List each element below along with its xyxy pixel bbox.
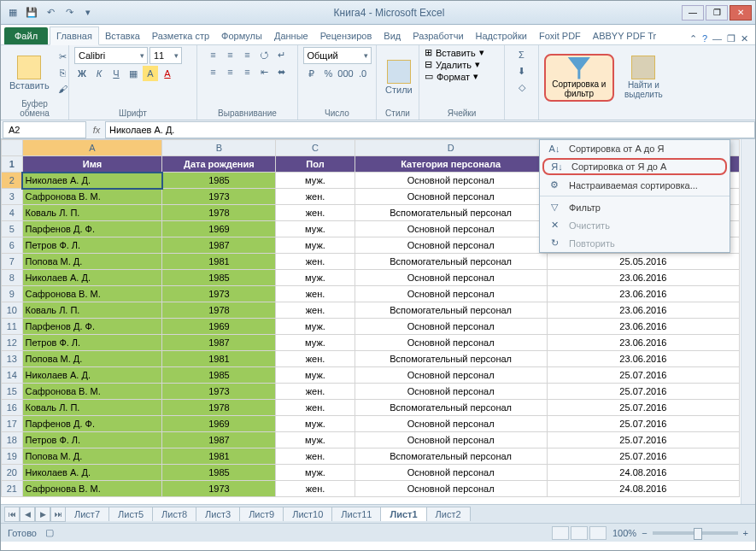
sort-filter-button[interactable]: Сортировка и фильтр: [544, 54, 614, 102]
row-header[interactable]: 17: [2, 416, 23, 432]
minimize-button[interactable]: —: [682, 5, 704, 21]
cell[interactable]: Основной персонал: [355, 319, 547, 335]
cell[interactable]: жен.: [276, 286, 355, 302]
cell[interactable]: жен.: [276, 302, 355, 319]
paste-button[interactable]: Вставить: [6, 54, 53, 92]
cell[interactable]: 1981: [162, 448, 276, 465]
cell[interactable]: муж.: [276, 221, 355, 237]
doc-min-icon[interactable]: —: [712, 33, 722, 44]
cell[interactable]: 1969: [162, 221, 276, 237]
zoom-level[interactable]: 100%: [612, 528, 636, 538]
bold-icon[interactable]: Ж: [74, 66, 90, 81]
cell[interactable]: Коваль Л. П.: [22, 205, 162, 221]
cell[interactable]: 1978: [162, 205, 276, 221]
font-color-icon[interactable]: A: [160, 66, 175, 81]
cell[interactable]: 1973: [162, 286, 276, 302]
row-header[interactable]: 11: [2, 319, 23, 335]
cell[interactable]: Вспомогательный персонал: [355, 400, 547, 416]
excel-icon[interactable]: ▦: [4, 4, 21, 21]
cell[interactable]: Сафронова В. М.: [22, 286, 162, 302]
cell[interactable]: жен.: [276, 400, 355, 416]
cell[interactable]: Петров Ф. Л.: [22, 237, 162, 254]
cell[interactable]: 25.05.2016: [547, 254, 739, 270]
sheet-tab[interactable]: Лист2: [426, 507, 471, 521]
sort-custom-item[interactable]: ⚙Настраиваемая сортировка...: [540, 176, 730, 194]
orientation-icon[interactable]: ⭯: [257, 47, 273, 62]
cell[interactable]: 23.06.2016: [547, 270, 739, 286]
cell[interactable]: Вспомогательный персонал: [355, 448, 547, 465]
cell[interactable]: Основной персонал: [355, 416, 547, 432]
row-header[interactable]: 3: [2, 189, 23, 205]
spreadsheet-grid[interactable]: ABCDE1ИмяДата рожденияПолКатегория персо…: [1, 139, 755, 504]
row-header[interactable]: 12: [2, 335, 23, 351]
cell[interactable]: 1985: [162, 270, 276, 286]
cell[interactable]: Основной персонал: [355, 270, 547, 286]
ribbon-tab[interactable]: Вид: [378, 27, 407, 44]
row-header[interactable]: 1: [2, 156, 23, 173]
cell[interactable]: 25.07.2016: [547, 400, 739, 416]
cell[interactable]: жен.: [276, 351, 355, 367]
cell[interactable]: жен.: [276, 205, 355, 221]
cell[interactable]: жен.: [276, 254, 355, 270]
row-header[interactable]: 6: [2, 237, 23, 254]
select-all-corner[interactable]: [2, 140, 23, 156]
help-icon[interactable]: ?: [702, 33, 707, 44]
styles-button[interactable]: Стили: [382, 58, 416, 97]
cell[interactable]: Вспомогательный персонал: [355, 302, 547, 319]
sheet-nav-last[interactable]: ⏭: [50, 507, 66, 522]
cell[interactable]: 1987: [162, 432, 276, 448]
sheet-tab[interactable]: Лист1: [380, 507, 426, 521]
autosum-icon[interactable]: Σ: [514, 47, 530, 62]
underline-icon[interactable]: Ч: [108, 66, 124, 81]
row-header[interactable]: 5: [2, 221, 23, 237]
cell[interactable]: 1978: [162, 400, 276, 416]
ribbon-tab[interactable]: Разработчи: [407, 27, 469, 44]
cell[interactable]: 23.06.2016: [547, 335, 739, 351]
cell[interactable]: Попова М. Д.: [22, 448, 162, 465]
filter-item[interactable]: ▽Фильтр: [540, 198, 730, 216]
cell[interactable]: Основной персонал: [355, 237, 547, 254]
ribbon-tab[interactable]: Данные: [268, 27, 314, 44]
cell[interactable]: муж.: [276, 432, 355, 448]
ribbon-tab[interactable]: Формулы: [215, 27, 268, 44]
wrap-icon[interactable]: ↵: [274, 47, 290, 62]
maximize-button[interactable]: ❐: [706, 5, 728, 21]
cell[interactable]: муж.: [276, 416, 355, 432]
cell[interactable]: Вспомогательный персонал: [355, 254, 547, 270]
cell[interactable]: 1969: [162, 416, 276, 432]
row-header[interactable]: 18: [2, 432, 23, 448]
cell[interactable]: 23.06.2016: [547, 286, 739, 302]
cell[interactable]: 1985: [162, 173, 276, 189]
sheet-tab[interactable]: Лист8: [152, 507, 196, 521]
number-format-combo[interactable]: Общий: [303, 47, 372, 64]
cell[interactable]: 24.08.2016: [547, 481, 739, 497]
cell[interactable]: Коваль Л. П.: [22, 400, 162, 416]
row-header[interactable]: 15: [2, 384, 23, 400]
currency-icon[interactable]: ₽: [304, 66, 319, 81]
row-header[interactable]: 16: [2, 400, 23, 416]
align-center-icon[interactable]: ≡: [223, 64, 238, 79]
row-header[interactable]: 2: [2, 173, 23, 189]
cell[interactable]: Петров Ф. Л.: [22, 335, 162, 351]
align-left-icon[interactable]: ≡: [206, 64, 221, 79]
inc-dec-icon[interactable]: .0: [355, 66, 371, 81]
row-header[interactable]: 10: [2, 302, 23, 319]
ribbon-tab[interactable]: Рецензиров: [314, 27, 378, 44]
cell[interactable]: 1985: [162, 465, 276, 481]
cell[interactable]: 23.06.2016: [547, 319, 739, 335]
table-header-cell[interactable]: Пол: [276, 156, 355, 173]
cell[interactable]: 1981: [162, 254, 276, 270]
cell[interactable]: Попова М. Д.: [22, 254, 162, 270]
column-header[interactable]: D: [355, 140, 547, 156]
ribbon-tab[interactable]: Надстройки: [470, 27, 533, 44]
cell[interactable]: Основной персонал: [355, 286, 547, 302]
cells-delete-button[interactable]: ⊟Удалить ▾: [425, 59, 499, 70]
undo-icon[interactable]: ↶: [42, 4, 59, 21]
cell[interactable]: Основной персонал: [355, 481, 547, 497]
cell[interactable]: 1987: [162, 335, 276, 351]
cell[interactable]: Николаев А. Д.: [22, 367, 162, 384]
format-painter-icon[interactable]: 🖌: [56, 81, 71, 97]
column-header[interactable]: A: [22, 140, 162, 156]
font-size-combo[interactable]: 11: [149, 47, 182, 64]
border-icon[interactable]: ▦: [126, 66, 141, 81]
